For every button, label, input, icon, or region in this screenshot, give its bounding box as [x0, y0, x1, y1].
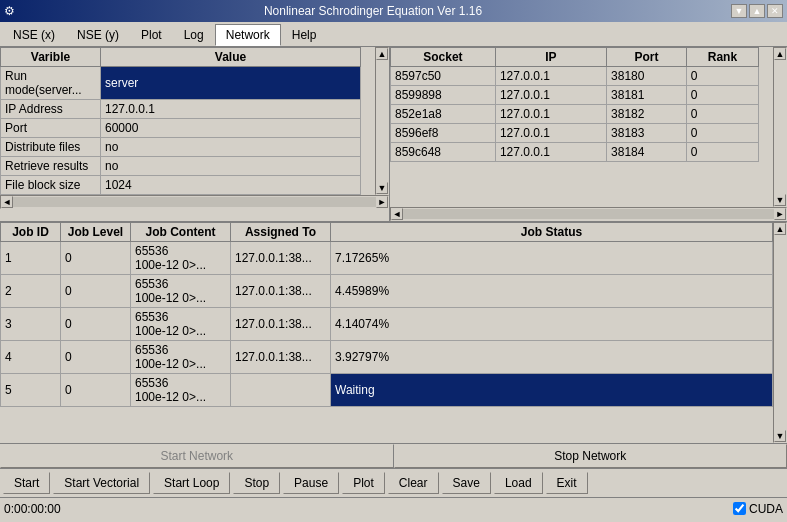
table-row: 4 0 65536100e-12 0>... 127.0.0.1:38... 3…: [1, 341, 773, 374]
menu-network[interactable]: Network: [215, 24, 281, 46]
varible-header: Varible: [1, 48, 101, 67]
maximize-button[interactable]: ▲: [749, 4, 765, 18]
load-button[interactable]: Load: [494, 472, 543, 494]
minimize-button[interactable]: ▼: [731, 4, 747, 18]
menu-nse-y[interactable]: NSE (y): [66, 24, 130, 46]
table-row: Distribute files no: [1, 138, 375, 157]
plot-button[interactable]: Plot: [342, 472, 385, 494]
main-content: Varible Value Run mode(server... server: [0, 47, 787, 519]
job-table: Job ID Job Level Job Content Assigned To…: [0, 222, 773, 407]
menu-help[interactable]: Help: [281, 24, 328, 46]
left-table-container: Varible Value Run mode(server... server: [0, 47, 390, 221]
window-controls: ▼ ▲ ✕: [731, 4, 783, 18]
stop-network-button[interactable]: Stop Network: [394, 444, 788, 468]
table-row: Port 60000: [1, 119, 375, 138]
job-content-header: Job Content: [131, 223, 231, 242]
table-row: File block size 1024: [1, 176, 375, 195]
table-row: 2 0 65536100e-12 0>... 127.0.0.1:38... 4…: [1, 275, 773, 308]
assigned-to-header: Assigned To: [231, 223, 331, 242]
menu-log[interactable]: Log: [173, 24, 215, 46]
exit-button[interactable]: Exit: [546, 472, 588, 494]
socket-table: Socket IP Port Rank 8597c50 127.0.0.1: [390, 47, 773, 162]
menu-nse-x[interactable]: NSE (x): [2, 24, 66, 46]
title-bar: ⚙ Nonlinear Schrodinger Equation Ver 1.1…: [0, 0, 787, 22]
network-buttons: Start Network Stop Network: [0, 443, 787, 468]
variables-table: Varible Value Run mode(server... server: [0, 47, 375, 195]
save-button[interactable]: Save: [442, 472, 491, 494]
job-section: Job ID Job Level Job Content Assigned To…: [0, 222, 787, 443]
start-vectorial-button[interactable]: Start Vectorial: [53, 472, 150, 494]
start-loop-button[interactable]: Start Loop: [153, 472, 230, 494]
window-title: Nonlinear Schrodinger Equation Ver 1.16: [15, 4, 731, 18]
menu-bar: NSE (x) NSE (y) Plot Log Network Help: [0, 22, 787, 47]
table-row: 859c648 127.0.0.1 38184 0: [391, 143, 773, 162]
right-table-container: Socket IP Port Rank 8597c50 127.0.0.1: [390, 47, 787, 221]
status-bar: 0:00:00:00 CUDA: [0, 497, 787, 519]
table-row: Retrieve results no: [1, 157, 375, 176]
job-id-header: Job ID: [1, 223, 61, 242]
table-row: Run mode(server... server: [1, 67, 375, 100]
value-header: Value: [101, 48, 361, 67]
rank-header: Rank: [686, 48, 758, 67]
window-icon: ⚙: [4, 4, 15, 18]
menu-plot[interactable]: Plot: [130, 24, 173, 46]
clear-button[interactable]: Clear: [388, 472, 439, 494]
table-row: 852e1a8 127.0.0.1 38182 0: [391, 105, 773, 124]
socket-header: Socket: [391, 48, 496, 67]
cuda-checkbox[interactable]: [733, 502, 746, 515]
job-level-header: Job Level: [61, 223, 131, 242]
table-row: 1 0 65536100e-12 0>... 127.0.0.1:38... 7…: [1, 242, 773, 275]
table-row: IP Address 127.0.0.1: [1, 100, 375, 119]
ip-header: IP: [495, 48, 606, 67]
table-row: 5 0 65536100e-12 0>... Waiting: [1, 374, 773, 407]
port-header: Port: [607, 48, 687, 67]
stop-button[interactable]: Stop: [233, 472, 280, 494]
bottom-buttons: Start Start Vectorial Start Loop Stop Pa…: [0, 468, 787, 497]
top-section: Varible Value Run mode(server... server: [0, 47, 787, 222]
cuda-label: CUDA: [749, 502, 783, 516]
pause-button[interactable]: Pause: [283, 472, 339, 494]
start-network-button[interactable]: Start Network: [0, 444, 394, 468]
timer-display: 0:00:00:00: [4, 502, 61, 516]
start-button[interactable]: Start: [3, 472, 50, 494]
table-row: 8599898 127.0.0.1 38181 0: [391, 86, 773, 105]
table-row: 8596ef8 127.0.0.1 38183 0: [391, 124, 773, 143]
table-row: 8597c50 127.0.0.1 38180 0: [391, 67, 773, 86]
job-status-header: Job Status: [331, 223, 773, 242]
close-button[interactable]: ✕: [767, 4, 783, 18]
table-row: 3 0 65536100e-12 0>... 127.0.0.1:38... 4…: [1, 308, 773, 341]
cuda-control[interactable]: CUDA: [733, 502, 783, 516]
